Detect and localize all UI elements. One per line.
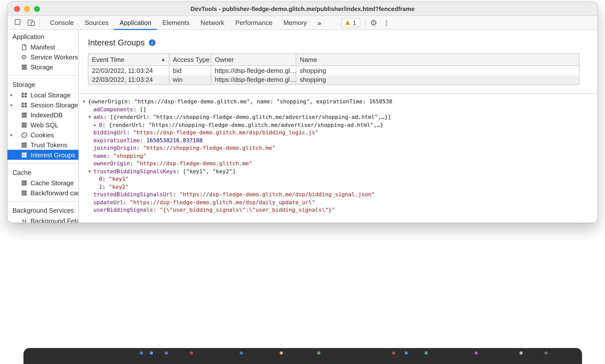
tab-network[interactable]: Network (195, 16, 230, 29)
sidebar-item-web-sql[interactable]: Web SQL (7, 120, 78, 130)
device-toolbar-button[interactable] (24, 16, 37, 29)
dock-app-icon[interactable] (405, 352, 408, 355)
sidebar-item-cookies[interactable]: ▸Cookies (7, 130, 78, 140)
sidebar-section-storage[interactable]: Storage (7, 79, 78, 90)
tab-performance[interactable]: Performance (230, 16, 278, 29)
column-header-owner[interactable]: Owner (211, 54, 296, 66)
json-key: 1 (99, 183, 102, 190)
updown-icon (21, 217, 28, 223)
database-icon (21, 112, 28, 118)
sidebar-item-trust-tokens[interactable]: Trust Tokens (7, 140, 78, 150)
json-plain: : (107, 153, 113, 159)
sidebar-item-service-workers[interactable]: ⚙Service Workers (7, 52, 78, 62)
sidebar-item-background-fetch[interactable]: Background Fetch (7, 216, 78, 223)
sidebar-item-interest-groups[interactable]: Interest Groups (7, 150, 78, 160)
issues-count: 1 (353, 19, 356, 26)
dock-app-icon[interactable] (280, 352, 283, 355)
json-plain: : ["key1", "key2"] (176, 168, 236, 175)
sidebar-item-label: Service Workers (30, 53, 78, 61)
dock-app-icon[interactable] (392, 352, 395, 355)
heading-row: Interest Groups i (88, 38, 598, 47)
sidebar-item-label: IndexedDB (30, 111, 63, 119)
sidebar-item-session-storage[interactable]: ▸Session Storage (7, 100, 78, 110)
sidebar-section-cache[interactable]: Cache (7, 167, 78, 178)
settings-button[interactable]: ⚙ (367, 16, 380, 29)
json-key: userBiddingSignals (93, 207, 153, 213)
toolbar-separator (365, 18, 365, 27)
dock-app-icon[interactable] (475, 352, 478, 355)
sidebar-item-back-forward-cache[interactable]: Back/forward cache (7, 188, 78, 198)
dock-app-icon[interactable] (165, 352, 168, 355)
table-row[interactable]: 22/03/2022, 11:03:24winhttps://dsp-fledg… (88, 75, 579, 85)
table-row[interactable]: 22/03/2022, 11:03:24bidhttps://dsp-fledg… (88, 66, 579, 75)
dock-app-icon[interactable] (140, 352, 143, 355)
sidebar-item-local-storage[interactable]: ▸Local Storage (7, 90, 78, 100)
sidebar-section-application[interactable]: Application (7, 31, 78, 42)
dock-app-icon[interactable] (190, 352, 193, 355)
sidebar-item-storage[interactable]: Storage (7, 62, 78, 72)
json-key: name (93, 153, 107, 159)
table-cell: win (169, 75, 211, 85)
json-key: biddingUrl (93, 129, 126, 136)
more-tabs-button[interactable]: » (312, 16, 326, 29)
dock-app-icon[interactable] (317, 352, 320, 355)
sidebar-item-indexeddb[interactable]: IndexedDB (7, 110, 78, 120)
sidebar-separator (7, 72, 78, 79)
json-plain: : (102, 183, 109, 190)
expand-icon[interactable]: ▸ (10, 132, 16, 137)
titlebar[interactable]: DevTools - publisher-fledge-demo.glitch.… (7, 2, 598, 16)
application-sidebar: ApplicationManifest⚙Service WorkersStora… (7, 30, 79, 223)
dock-app-icon[interactable] (150, 352, 153, 355)
sidebar-item-cache-storage[interactable]: Cache Storage (7, 178, 78, 188)
tree-line[interactable]: ▼{ownerOrigin: "https://dsp-fledge-demo.… (79, 98, 598, 106)
dock-app-icon[interactable] (425, 352, 428, 355)
close-button[interactable] (14, 6, 20, 12)
dock-app-icon[interactable] (520, 352, 523, 355)
database-icon (21, 189, 28, 196)
inspect-element-button[interactable] (11, 16, 24, 29)
database-icon (21, 142, 28, 148)
device-toolbar-icon (27, 18, 35, 27)
sort-ascending-icon: ▲ (161, 57, 165, 62)
inspect-icon (14, 18, 22, 27)
column-header-name[interactable]: Name (296, 54, 579, 66)
tree-line[interactable]: ▶0: {renderUrl: "https://shopping-fledge… (79, 121, 598, 129)
minimize-button[interactable] (24, 6, 30, 12)
zoom-button[interactable] (34, 6, 40, 12)
tab-elements[interactable]: Elements (157, 16, 195, 29)
tree-line: 1: "key2" (79, 183, 598, 191)
devtools-toolbar: ConsoleSourcesApplicationElementsNetwork… (7, 16, 598, 30)
dock-app-icon[interactable] (240, 352, 243, 355)
tab-memory[interactable]: Memory (278, 16, 312, 29)
json-plain: : [] (133, 106, 146, 113)
tree-line[interactable]: ▼trustedBiddingSignalsKeys: ["key1", "ke… (79, 168, 598, 175)
sidebar-item-manifest[interactable]: Manifest (7, 42, 78, 52)
json-plain: : (153, 207, 160, 213)
tree-line: ownerOrigin: "https://dsp-fledge-demo.gl… (79, 160, 598, 168)
tree-line[interactable]: ▼ads: [{renderUrl: "https://shopping-fle… (79, 113, 598, 121)
column-header-event-time[interactable]: Event Time▲ (88, 54, 169, 66)
macos-dock[interactable] (23, 348, 582, 364)
document-icon (21, 44, 28, 50)
json-plain: : (173, 191, 180, 198)
tab-console[interactable]: Console (44, 16, 79, 29)
dock-app-icon[interactable] (545, 352, 548, 355)
tab-sources[interactable]: Sources (79, 16, 114, 29)
expand-icon[interactable]: ▸ (10, 92, 16, 97)
column-header-access-type[interactable]: Access Type (169, 54, 211, 66)
expand-icon[interactable]: ▶ (94, 121, 99, 129)
info-icon[interactable]: i (149, 39, 155, 46)
kebab-menu-icon: ⋮ (383, 19, 390, 26)
panel-tabs: ConsoleSourcesApplicationElementsNetwork… (44, 16, 312, 29)
main-panel: Interest Groups i Event Time▲Access Type… (79, 30, 598, 223)
tab-application[interactable]: Application (114, 16, 157, 29)
expand-icon[interactable]: ▸ (10, 102, 16, 107)
json-plain: : [{renderUrl: "https://shopping-fledge-… (103, 114, 391, 120)
issues-badge[interactable]: 1 (341, 18, 360, 27)
json-key: ads (93, 114, 103, 120)
collapse-icon[interactable]: ▼ (88, 113, 93, 121)
collapse-icon[interactable]: ▼ (83, 98, 88, 106)
collapse-icon[interactable]: ▼ (88, 168, 93, 175)
sidebar-section-background-services[interactable]: Background Services (7, 205, 78, 216)
menu-button[interactable]: ⋮ (380, 16, 393, 29)
